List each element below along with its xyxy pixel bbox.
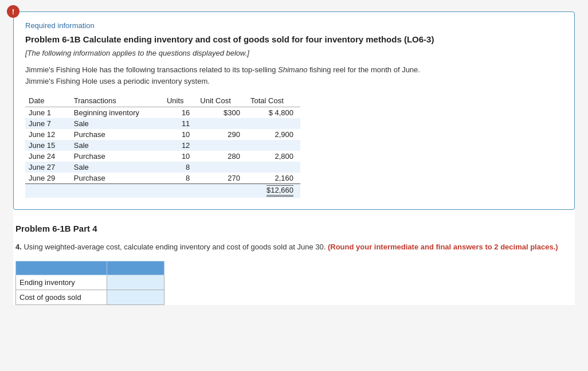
part-title: Problem 6-1B Part 4 <box>15 224 573 233</box>
transactions-table: Date Transactions Units Unit Cost Total … <box>25 95 300 198</box>
italic-note: [The following information applies to th… <box>25 49 563 57</box>
cell-transaction: Purchase <box>70 129 163 140</box>
description: Jimmie's Fishing Hole has the following … <box>25 64 563 87</box>
table-row: June 27 Sale 8 <box>25 162 300 173</box>
cell-units: 10 <box>163 129 197 140</box>
cell-unit-cost <box>197 140 247 151</box>
answer-table: Ending inventory Cost of goods sold <box>15 261 164 305</box>
desc-part1: Jimmie's Fishing Hole has the following … <box>25 65 278 74</box>
cell-unit-cost: 290 <box>197 129 247 140</box>
required-label: Required information <box>25 21 563 30</box>
answer-col-value-header <box>107 261 164 275</box>
cell-units: 16 <box>163 107 197 119</box>
cell-total-cost: $ 4,800 <box>247 107 300 119</box>
cell-units: 8 <box>163 162 197 173</box>
main-container: ! Required information Problem 6-1B Calc… <box>13 11 575 305</box>
desc-italic: Shimano <box>278 65 307 74</box>
cell-transaction: Sale <box>70 140 163 151</box>
cell-unit-cost <box>197 118 247 129</box>
problem-title: Problem 6-1B Calculate ending inventory … <box>25 34 563 44</box>
cell-units: 12 <box>163 140 197 151</box>
table-row: June 7 Sale 11 <box>25 118 300 129</box>
table-row: June 15 Sale 12 <box>25 140 300 151</box>
total-amount: $12,660 <box>266 185 293 197</box>
cell-date: June 27 <box>25 162 70 173</box>
cell-unit-cost: $300 <box>197 107 247 119</box>
cell-transaction: Beginning inventory <box>70 107 163 119</box>
cell-total-cost <box>247 162 300 173</box>
col-units: Units <box>163 95 197 107</box>
cell-units: 8 <box>163 173 197 184</box>
total-cell-4 <box>197 184 247 198</box>
cell-date: June 7 <box>25 118 70 129</box>
col-total-cost: Total Cost <box>247 95 300 107</box>
table-row: June 24 Purchase 10 280 2,800 <box>25 151 300 162</box>
cell-unit-cost <box>197 162 247 173</box>
cell-transaction: Sale <box>70 118 163 129</box>
col-unit-cost: Unit Cost <box>197 95 247 107</box>
answer-input[interactable] <box>107 275 164 290</box>
question-text: 4. Using weighted-average cost, calculat… <box>15 241 573 253</box>
answer-label: Cost of goods sold <box>16 290 107 304</box>
alert-icon: ! <box>7 5 19 18</box>
answer-col-label-header <box>16 261 107 275</box>
cell-total-cost <box>247 140 300 151</box>
col-date: Date <box>25 95 70 107</box>
cell-total-cost: 2,160 <box>247 173 300 184</box>
total-cell-amount: $12,660 <box>247 184 300 198</box>
answer-label: Ending inventory <box>16 275 107 290</box>
total-row: $12,660 <box>25 184 300 198</box>
col-transactions: Transactions <box>70 95 163 107</box>
answer-row: Ending inventory <box>16 275 164 290</box>
cell-transaction: Sale <box>70 162 163 173</box>
bold-red-note: (Round your intermediate and final answe… <box>328 243 558 251</box>
total-cell-1 <box>25 184 70 198</box>
cell-date: June 1 <box>25 107 70 119</box>
table-row: June 1 Beginning inventory 16 $300 $ 4,8… <box>25 107 300 119</box>
cell-date: June 12 <box>25 129 70 140</box>
cell-total-cost: 2,800 <box>247 151 300 162</box>
required-box: ! Required information Problem 6-1B Calc… <box>13 11 575 210</box>
answer-row: Cost of goods sold <box>16 290 164 304</box>
desc-line2: Jimmie's Fishing Hole uses a periodic in… <box>25 77 210 85</box>
cell-units: 10 <box>163 151 197 162</box>
answer-input[interactable] <box>107 290 164 304</box>
cell-date: June 15 <box>25 140 70 151</box>
cell-transaction: Purchase <box>70 173 163 184</box>
part-section: Problem 6-1B Part 4 4. Using weighted-av… <box>13 224 575 305</box>
desc-part2: fishing reel for the month of June. <box>307 65 420 74</box>
cell-date: June 24 <box>25 151 70 162</box>
answer-input-cell[interactable] <box>107 275 164 290</box>
cell-units: 11 <box>163 118 197 129</box>
cell-total-cost <box>247 118 300 129</box>
table-row: June 29 Purchase 8 270 2,160 <box>25 173 300 184</box>
answer-input-cell[interactable] <box>107 290 164 304</box>
question-body: Using weighted-average cost, calculate e… <box>23 243 326 251</box>
question-number: 4. <box>15 243 22 251</box>
cell-transaction: Purchase <box>70 151 163 162</box>
total-cell-2 <box>70 184 163 198</box>
cell-unit-cost: 280 <box>197 151 247 162</box>
total-cell-3 <box>163 184 197 198</box>
cell-date: June 29 <box>25 173 70 184</box>
cell-total-cost: 2,900 <box>247 129 300 140</box>
cell-unit-cost: 270 <box>197 173 247 184</box>
table-row: June 12 Purchase 10 290 2,900 <box>25 129 300 140</box>
